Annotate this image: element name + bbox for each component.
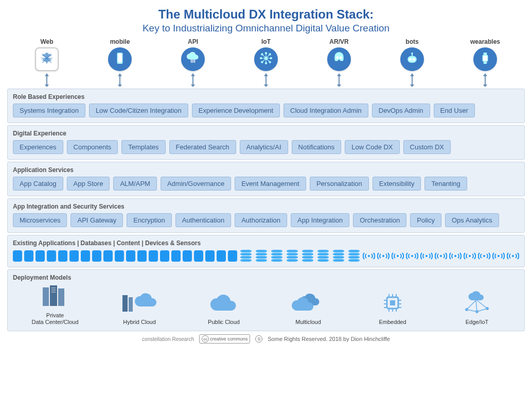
- pill: Federated Search: [169, 140, 236, 154]
- svg-marker-35: [410, 73, 414, 76]
- wearables-icon: [473, 47, 497, 71]
- svg-marker-27: [337, 73, 341, 76]
- pill: Custom DX: [403, 140, 451, 154]
- channel-label: API: [188, 38, 198, 45]
- svg-marker-43: [483, 84, 487, 87]
- app-block-icon: [160, 250, 169, 262]
- arvr-icon: [327, 47, 351, 71]
- bidir-arrow-icon: [190, 73, 196, 87]
- layer: App Integration and Security ServicesMic…: [7, 198, 525, 233]
- sensor-icon: [478, 251, 490, 261]
- app-block-icon: [217, 250, 226, 262]
- brand-logo: constellation Research: [142, 336, 194, 342]
- sensor-icon: [420, 251, 433, 261]
- existing-title: Existing Applications | Databases | Cont…: [13, 240, 519, 247]
- deployment-hybrid: Hybrid Cloud: [103, 291, 175, 326]
- hybrid-icon: [121, 291, 157, 317]
- mobile-icon: [108, 47, 132, 71]
- pill: Encryption: [127, 213, 171, 227]
- svg-marker-42: [483, 73, 487, 76]
- svg-point-48: [425, 255, 428, 257]
- svg-rect-38: [484, 53, 487, 55]
- svg-marker-11: [191, 84, 195, 87]
- app-block-icon: [58, 250, 67, 262]
- pill: Notifications: [292, 140, 342, 154]
- app-block-icon: [171, 250, 181, 262]
- deployment-label: Public Cloud: [208, 319, 240, 326]
- deployment-row: PrivateData Center/CloudHybrid CloudPubl…: [13, 284, 519, 326]
- pill: End User: [434, 104, 475, 117]
- svg-rect-59: [51, 289, 56, 291]
- svg-point-31: [413, 58, 415, 60]
- deployment-layer: Deployment Models PrivateData Center/Clo…: [7, 269, 525, 331]
- pill: Experience Development: [192, 104, 280, 117]
- pill: Microservices: [13, 213, 67, 227]
- layer: Application ServicesApp CatalogApp Store…: [7, 162, 525, 196]
- svg-point-46: [397, 255, 399, 257]
- svg-rect-55: [43, 287, 49, 306]
- pill: Ops Analytics: [445, 213, 499, 227]
- deployment-embedded: Embedded: [357, 291, 429, 326]
- deployment-label: PrivateData Center/Cloud: [31, 312, 78, 326]
- cc-by-icon: ①: [255, 335, 262, 343]
- pill: Cloud Integration Admin: [283, 104, 368, 117]
- pill: Analytics/AI: [240, 140, 288, 154]
- app-block-icon: [103, 250, 113, 262]
- svg-point-50: [454, 255, 456, 257]
- channel-bots: bots: [389, 38, 435, 87]
- channel-label: IoT: [261, 38, 271, 45]
- svg-point-45: [382, 255, 384, 257]
- deployment-public: Public Cloud: [188, 291, 260, 326]
- pill: Tenanting: [424, 177, 467, 191]
- pill: Orchestration: [353, 213, 406, 227]
- iot-icon: [254, 47, 278, 71]
- database-icon: [287, 250, 298, 262]
- svg-point-52: [483, 255, 485, 257]
- layer-title: Role Based Experiences: [13, 93, 519, 100]
- layer-title: Digital Experience: [13, 130, 519, 137]
- api-icon: [181, 47, 205, 71]
- app-block-icon: [228, 250, 237, 262]
- app-block-icon: [183, 250, 192, 262]
- svg-point-54: [512, 255, 514, 257]
- pill: Extensibility: [373, 177, 421, 191]
- database-icon: [271, 250, 282, 262]
- app-block-icon: [24, 250, 33, 262]
- deployment-label: Edge/IoT: [466, 319, 489, 326]
- svg-marker-36: [410, 84, 414, 87]
- svg-point-25: [340, 57, 342, 59]
- database-icon: [348, 250, 360, 262]
- app-block-icon: [194, 250, 203, 262]
- app-block-icon: [47, 250, 56, 262]
- pill: Templates: [121, 140, 165, 154]
- layer-title: Application Services: [13, 166, 519, 174]
- existing-row: [13, 250, 519, 262]
- bidir-arrow-icon: [117, 73, 123, 87]
- pill: Systems Integration: [13, 104, 85, 117]
- app-block-icon: [126, 250, 135, 262]
- layer-title: App Integration and Security Services: [13, 203, 519, 210]
- pill: Components: [67, 140, 118, 154]
- svg-marker-10: [191, 73, 195, 76]
- svg-rect-4: [118, 54, 122, 61]
- svg-point-24: [336, 57, 339, 59]
- database-icon: [256, 250, 267, 262]
- svg-rect-57: [58, 288, 64, 306]
- app-block-icon: [115, 250, 124, 262]
- cc-badge: cc creative commons: [199, 334, 250, 344]
- svg-marker-1: [45, 73, 49, 76]
- svg-point-51: [469, 255, 471, 257]
- svg-marker-28: [337, 84, 341, 87]
- channels-row: WebmobileAPIIoTAR/VRbotswearables: [7, 38, 525, 87]
- pill: DevOps Admin: [372, 104, 430, 117]
- channel-iot: IoT: [243, 38, 289, 87]
- pill: App Store: [67, 177, 110, 191]
- svg-marker-2: [45, 84, 49, 87]
- footer: constellation Research cc creative commo…: [7, 334, 525, 344]
- svg-rect-61: [122, 295, 128, 312]
- app-block-icon: [137, 250, 147, 262]
- pill: Low Code/Citizen Integration: [89, 104, 188, 117]
- pill: Authorization: [235, 213, 287, 227]
- diagram-title: The Multicloud DX Integration Stack:: [7, 7, 525, 22]
- pill: Admin/Governance: [161, 177, 231, 191]
